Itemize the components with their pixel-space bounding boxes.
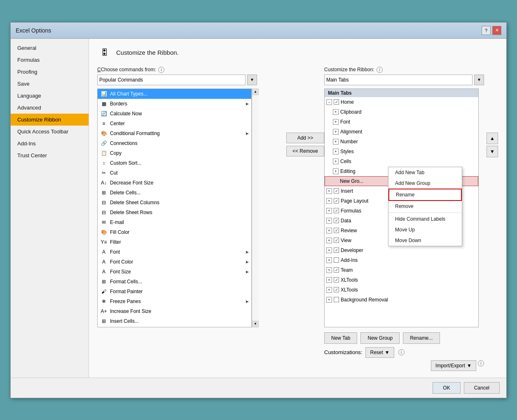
tree-expand-btn[interactable]: + bbox=[333, 139, 339, 145]
tree-expand-btn[interactable]: + bbox=[326, 247, 332, 253]
new-tab-button[interactable]: New Tab bbox=[324, 332, 357, 344]
rename-button[interactable]: Rename... bbox=[403, 332, 440, 344]
tree-expand-btn[interactable]: + bbox=[326, 267, 332, 273]
context-menu-item-add-new-tab[interactable]: Add New Tab bbox=[388, 167, 462, 178]
ribbon-tree-item[interactable]: +XLTools bbox=[325, 285, 478, 295]
tree-expand-btn[interactable]: + bbox=[326, 188, 332, 194]
command-item[interactable]: AFont Color▶ bbox=[98, 257, 251, 267]
tree-checkbox[interactable] bbox=[334, 198, 339, 203]
tree-expand-btn[interactable]: + bbox=[333, 109, 339, 115]
tree-checkbox[interactable] bbox=[334, 218, 339, 223]
tree-checkbox[interactable] bbox=[334, 277, 339, 282]
tree-expand-btn[interactable]: + bbox=[326, 287, 332, 293]
context-menu-item-remove[interactable]: Remove bbox=[388, 201, 462, 212]
commands-dropdown[interactable]: Popular Commands All Commands Commands N… bbox=[97, 75, 246, 85]
tree-checkbox[interactable] bbox=[334, 208, 339, 213]
add-button[interactable]: Add >> bbox=[286, 133, 324, 143]
command-item[interactable]: ↕Custom Sort... bbox=[98, 158, 251, 168]
command-item[interactable]: ⊞Delete Cells... bbox=[98, 188, 251, 198]
ribbon-tree-item[interactable]: +Number bbox=[325, 137, 478, 147]
command-item[interactable]: 📋Copy bbox=[98, 148, 251, 158]
ribbon-tree-item[interactable]: +XLTools bbox=[325, 275, 478, 285]
sidebar-item-language[interactable]: Language bbox=[11, 90, 89, 102]
reset-button[interactable]: Reset ▼ bbox=[365, 347, 394, 358]
command-item[interactable]: 🔄Calculate Now bbox=[98, 109, 251, 119]
help-button[interactable]: ? bbox=[482, 26, 491, 35]
command-item[interactable]: fxInsert Function... bbox=[98, 326, 251, 327]
ribbon-tree-item[interactable]: +Clipboard bbox=[325, 107, 478, 117]
scroll-up-arrow[interactable]: ▲ bbox=[252, 89, 259, 95]
commands-listbox[interactable]: 📊All Chart Types...▦Borders▶🔄Calculate N… bbox=[97, 89, 252, 327]
sidebar-item-formulas[interactable]: Formulas bbox=[11, 54, 89, 66]
ribbon-tree-item[interactable]: −Home bbox=[325, 97, 478, 107]
tree-expand-btn[interactable]: + bbox=[333, 129, 339, 135]
tree-checkbox[interactable] bbox=[334, 228, 339, 233]
ribbon-dropdown-arrow[interactable]: ▼ bbox=[474, 75, 484, 85]
tree-expand-btn[interactable]: + bbox=[326, 218, 332, 224]
command-item[interactable]: AFont Size▶ bbox=[98, 267, 251, 277]
command-item[interactable]: ⊞Insert Cells... bbox=[98, 316, 251, 326]
import-export-info-icon[interactable]: i bbox=[478, 360, 484, 366]
sidebar-item-general[interactable]: General bbox=[11, 42, 89, 54]
tree-expand-btn[interactable]: + bbox=[326, 198, 332, 204]
command-item[interactable]: Y≡Filter bbox=[98, 237, 251, 247]
commands-dropdown-arrow[interactable]: ▼ bbox=[247, 75, 257, 85]
context-menu-item-add-new-group[interactable]: Add New Group bbox=[388, 178, 462, 189]
command-item[interactable]: ⊞Format Cells... bbox=[98, 277, 251, 287]
context-menu-item-hide-labels[interactable]: Hide Command Labels bbox=[388, 214, 462, 224]
tree-checkbox[interactable] bbox=[334, 267, 339, 273]
sidebar-item-advanced[interactable]: Advanced bbox=[11, 102, 89, 114]
ribbon-info-icon[interactable]: i bbox=[377, 67, 383, 73]
ribbon-tree-item[interactable]: +Background Removal bbox=[325, 295, 478, 305]
sidebar-item-proofing[interactable]: Proofing bbox=[11, 66, 89, 78]
command-item[interactable]: ⊟Delete Sheet Columns bbox=[98, 198, 251, 208]
command-item[interactable]: ≡Center bbox=[98, 119, 251, 128]
tree-checkbox[interactable] bbox=[334, 257, 339, 263]
close-button[interactable]: ✕ bbox=[492, 26, 501, 35]
command-item[interactable]: AFont▶ bbox=[98, 247, 251, 257]
commands-scrollbar[interactable]: ▲ ▼ bbox=[252, 89, 258, 327]
move-down-button[interactable]: ▼ bbox=[487, 146, 498, 157]
sidebar-item-add-ins[interactable]: Add-Ins bbox=[11, 138, 89, 149]
tree-expand-btn[interactable]: + bbox=[326, 228, 332, 233]
command-item[interactable]: A↓Decrease Font Size bbox=[98, 178, 251, 188]
commands-info-icon[interactable]: i bbox=[158, 67, 164, 73]
ribbon-tree-item[interactable]: +Add-Ins bbox=[325, 255, 478, 265]
command-item[interactable]: 🔗Connections bbox=[98, 138, 251, 148]
sidebar-item-quick-access[interactable]: Quick Access Toolbar bbox=[11, 126, 89, 138]
command-item[interactable]: ⊟Delete Sheet Rows bbox=[98, 208, 251, 217]
ribbon-tree-item[interactable]: +Font bbox=[325, 117, 478, 127]
tree-expand-btn[interactable]: + bbox=[326, 297, 332, 303]
ok-button[interactable]: OK bbox=[433, 382, 460, 394]
tree-checkbox[interactable] bbox=[334, 297, 339, 302]
tree-checkbox[interactable] bbox=[334, 238, 339, 243]
command-item[interactable]: A+Increase Font Size bbox=[98, 306, 251, 316]
reset-info-icon[interactable]: i bbox=[398, 349, 405, 355]
ribbon-tree-item[interactable]: +Cells bbox=[325, 156, 478, 166]
tree-expand-btn[interactable]: − bbox=[326, 99, 332, 105]
tree-checkbox[interactable] bbox=[334, 188, 339, 194]
tree-expand-btn[interactable]: + bbox=[333, 168, 339, 174]
tree-expand-btn[interactable]: + bbox=[326, 257, 332, 263]
tree-expand-btn[interactable]: + bbox=[326, 208, 332, 214]
ribbon-tree-item[interactable]: +Developer bbox=[325, 245, 478, 255]
tree-checkbox[interactable] bbox=[334, 287, 339, 292]
context-menu-item-move-up[interactable]: Move Up bbox=[388, 224, 462, 235]
command-item[interactable]: 🎨Conditional Formatting▶ bbox=[98, 128, 251, 138]
remove-button[interactable]: << Remove bbox=[286, 146, 324, 156]
context-menu-item-move-down[interactable]: Move Down bbox=[388, 235, 462, 246]
import-export-button[interactable]: Import/Export ▼ bbox=[431, 360, 476, 371]
command-item[interactable]: ▦Borders▶ bbox=[98, 99, 251, 109]
tree-expand-btn[interactable]: + bbox=[333, 159, 339, 164]
sidebar-item-customize-ribbon[interactable]: Customize Ribbon bbox=[11, 114, 89, 126]
command-item[interactable]: 🎨Fill Color bbox=[98, 227, 251, 237]
sidebar-item-trust-center[interactable]: Trust Center bbox=[11, 149, 89, 161]
ribbon-tree-item[interactable]: +Styles bbox=[325, 147, 478, 156]
tree-checkbox[interactable] bbox=[334, 247, 339, 253]
ribbon-tree-item[interactable]: +Team bbox=[325, 265, 478, 275]
cancel-button[interactable]: Cancel bbox=[464, 382, 500, 394]
command-item[interactable]: ✉E-mail bbox=[98, 217, 251, 227]
tree-expand-btn[interactable]: + bbox=[326, 238, 332, 243]
tree-expand-btn[interactable]: + bbox=[326, 277, 332, 283]
command-item[interactable]: ✂Cut bbox=[98, 168, 251, 178]
